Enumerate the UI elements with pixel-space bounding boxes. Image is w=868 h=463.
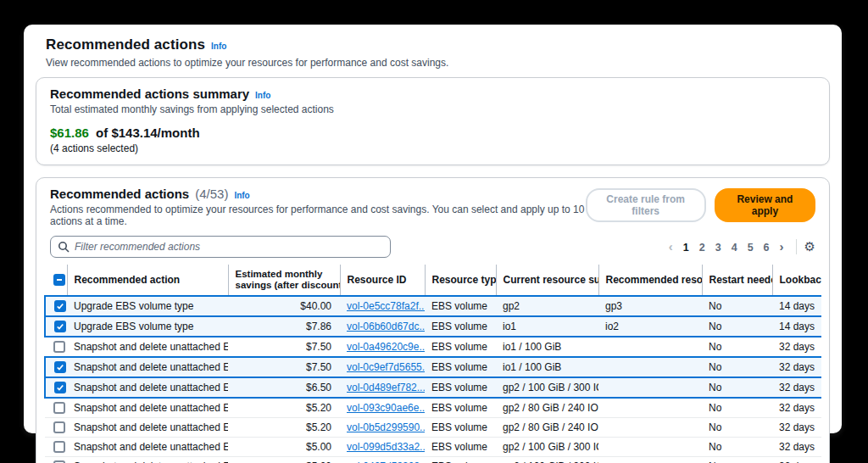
table-row[interactable]: Upgrade EBS volume type$7.86vol-06b60d67… [45, 316, 821, 337]
cell-recommended-action: Snapshot and delete unattached EBS volum… [67, 337, 228, 357]
table-body: Upgrade EBS volume type$40.00vol-0e5cc78… [45, 296, 821, 463]
resource-id-link[interactable]: vol-06b60d67dc... [347, 321, 425, 332]
summary-description: Total estimated monthly savings from app… [50, 103, 815, 115]
row-checkbox[interactable] [54, 361, 66, 373]
row-select-cell [45, 337, 67, 357]
col-lookback-period[interactable]: Lookback period [772, 265, 821, 296]
select-all-header-cell [45, 265, 67, 296]
cell-estimated-savings: $5.00 [228, 457, 340, 463]
cell-recommended-resource [598, 438, 702, 457]
search-icon [58, 241, 70, 253]
cell-recommended-resource [598, 337, 702, 357]
row-checkbox[interactable] [54, 300, 66, 312]
table-title: Recommended actions [50, 187, 189, 201]
cell-estimated-savings: $7.86 [228, 316, 340, 337]
pagination: ‹ 123456 › ⚙ [665, 239, 815, 255]
table-row[interactable]: Snapshot and delete unattached EBS volum… [45, 377, 821, 398]
cell-resource-type: EBS volume [425, 418, 496, 438]
page-title: Recommended actions [46, 36, 205, 53]
cell-resource-type: EBS volume [425, 357, 496, 377]
row-select-cell [45, 316, 67, 337]
cell-estimated-savings: $5.20 [228, 398, 340, 418]
cell-recommended-resource [598, 377, 702, 398]
cell-recommended-resource [598, 457, 702, 463]
table-info-link[interactable]: Info [234, 191, 249, 200]
savings-total: of $143.14/month [96, 126, 200, 140]
cell-current-resource-summary: io1 / 100 GiB [496, 337, 598, 357]
cell-recommended-resource: io2 [598, 316, 702, 337]
row-select-cell [45, 457, 67, 463]
col-recommended-action[interactable]: Recommended action [67, 265, 228, 296]
summary-card: Recommended actions summary Info Total e… [36, 77, 830, 165]
page-number-button[interactable]: 4 [726, 240, 743, 255]
resource-id-link[interactable]: vol-093c90ae6e... [347, 402, 425, 414]
resource-id-link[interactable]: vol-0d489ef782... [347, 382, 425, 393]
table-row[interactable]: Snapshot and delete unattached EBS volum… [45, 418, 821, 438]
cell-lookback-period: 14 days [772, 316, 821, 337]
page-number-button[interactable]: 6 [759, 240, 775, 255]
cell-current-resource-summary: gp2 / 80 GiB / 240 IOPS... [496, 398, 598, 418]
resource-id-link[interactable]: vol-099d5d33a2... [347, 441, 425, 453]
cell-recommended-action: Snapshot and delete unattached EBS volum… [67, 398, 228, 418]
select-all-checkbox[interactable] [53, 274, 65, 286]
recommended-actions-page: Recommended actions Info View recommende… [24, 25, 842, 433]
table-row[interactable]: Snapshot and delete unattached EBS volum… [45, 337, 821, 357]
summary-info-link[interactable]: Info [255, 91, 270, 100]
row-select-cell [45, 357, 67, 377]
table-row[interactable]: Snapshot and delete unattached EBS volum… [45, 457, 821, 463]
page-subtitle: View recommended actions to optimize you… [46, 57, 820, 69]
create-rule-from-filters-button[interactable]: Create rule from filters [586, 188, 706, 222]
page-number-button[interactable]: 5 [743, 240, 759, 255]
cell-restart-needed: No [702, 296, 772, 316]
cell-restart-needed: No [702, 438, 772, 457]
page-number-button[interactable]: 1 [678, 240, 694, 255]
pagination-divider [796, 239, 797, 254]
cell-recommended-resource [598, 418, 702, 438]
row-checkbox[interactable] [53, 341, 65, 353]
cell-resource-id: vol-0d489ef782... [340, 377, 425, 398]
cell-estimated-savings: $6.50 [228, 377, 340, 398]
row-checkbox[interactable] [54, 382, 66, 393]
resource-id-link[interactable]: vol-0c9ef7d5655... [347, 361, 425, 373]
next-page-button[interactable]: › [776, 239, 788, 254]
cell-resource-id: vol-06b60d67dc... [340, 316, 425, 337]
table-row[interactable]: Snapshot and delete unattached EBS volum… [45, 398, 821, 418]
savings-line: $61.86 of $143.14/month [50, 126, 815, 140]
col-estimated-savings[interactable]: Estimated monthly savings (after discoun… [228, 265, 340, 296]
col-resource-id[interactable]: Resource ID [340, 265, 425, 296]
resource-id-link[interactable]: vol-0b5d299590... [347, 421, 425, 433]
cell-restart-needed: No [702, 418, 772, 438]
filter-input[interactable] [50, 236, 391, 258]
col-recommended-resource[interactable]: Recommended resourc... [598, 265, 702, 296]
row-checkbox[interactable] [53, 402, 65, 414]
page-number-button[interactable]: 2 [694, 240, 710, 255]
filter-box [50, 236, 391, 258]
page-info-link[interactable]: Info [211, 42, 226, 51]
row-checkbox[interactable] [54, 321, 66, 332]
cell-lookback-period: 32 days [772, 337, 821, 357]
cell-resource-type: EBS volume [425, 296, 496, 316]
previous-page-button[interactable]: ‹ [665, 239, 677, 254]
table-row[interactable]: Snapshot and delete unattached EBS volum… [45, 357, 821, 377]
cell-recommended-action: Snapshot and delete unattached EBS volum… [67, 357, 228, 377]
table-row[interactable]: Upgrade EBS volume type$40.00vol-0e5cc78… [45, 296, 821, 316]
col-resource-type[interactable]: Resource type [425, 265, 496, 296]
table-preferences-gear-icon[interactable]: ⚙ [804, 239, 815, 254]
cell-recommended-action: Upgrade EBS volume type [67, 316, 228, 337]
actions-selected-note: (4 actions selected) [50, 142, 815, 154]
cell-resource-id: vol-099d5d33a2... [340, 438, 425, 457]
recommended-actions-table-card: Recommended actions (4/53) Info Actions … [36, 177, 830, 463]
row-checkbox[interactable] [53, 421, 65, 433]
review-and-apply-button[interactable]: Review and apply [715, 188, 815, 222]
page-number-button[interactable]: 3 [710, 240, 726, 255]
resource-id-link[interactable]: vol-0a49620c9e... [347, 341, 425, 353]
resource-id-link[interactable]: vol-0e5cc78fa2f... [347, 300, 425, 312]
cell-resource-id: vol-0c9ef7d5655... [340, 357, 425, 377]
cell-restart-needed: No [702, 377, 772, 398]
row-checkbox[interactable] [53, 441, 65, 453]
cell-resource-id: vol-0a49620c9e... [340, 337, 425, 357]
table-row[interactable]: Snapshot and delete unattached EBS volum… [45, 438, 821, 457]
col-restart-needed[interactable]: Restart needed [702, 265, 772, 296]
col-current-resource-summary[interactable]: Current resource summ... [496, 265, 598, 296]
cell-recommended-resource [598, 357, 702, 377]
